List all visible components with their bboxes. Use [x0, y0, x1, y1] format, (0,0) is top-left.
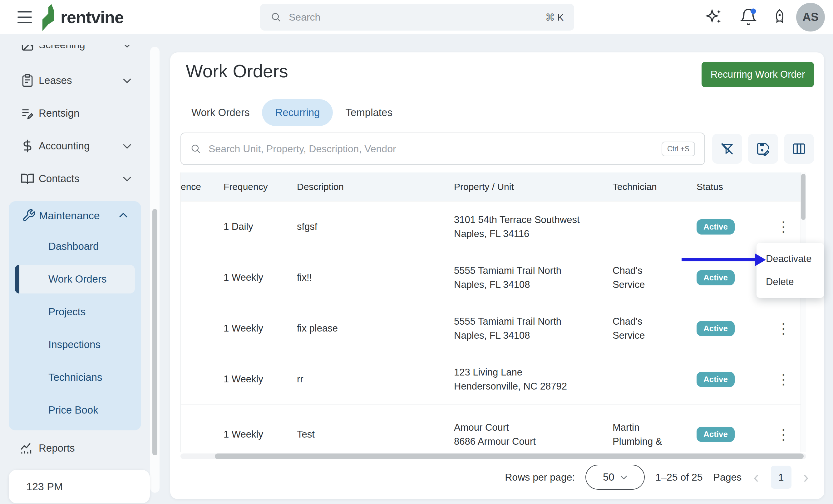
row-actions-kebab-icon[interactable]: ⋮ [761, 429, 806, 440]
sidebar-item-dashboard[interactable]: Dashboard [15, 232, 135, 261]
chart-icon [19, 441, 34, 455]
row-actions-kebab-icon[interactable]: ⋮ [761, 221, 806, 232]
tab-recurring[interactable]: Recurring [262, 99, 333, 126]
sidebar-scrollbar-thumb[interactable] [152, 209, 157, 455]
work-orders-panel: Work Orders Recurring Work Order Work Or… [170, 52, 824, 499]
user-avatar[interactable]: AS [796, 3, 825, 31]
rows-per-page-label: Rows per page: [505, 472, 575, 483]
table-horizontal-scrollbar-thumb[interactable] [215, 453, 804, 459]
next-page-icon[interactable]: › [802, 471, 810, 483]
rocket-icon[interactable] [770, 7, 789, 27]
signature-icon [21, 106, 34, 120]
sidebar-item-contacts[interactable]: Contacts [0, 165, 147, 193]
sidebar-item-projects[interactable]: Projects [15, 298, 135, 326]
column-header-status[interactable]: Status [696, 181, 761, 192]
ai-sparkles-icon[interactable] [705, 7, 724, 27]
tab-bar: Work Orders Recurring Templates [183, 99, 401, 126]
row-actions-kebab-icon[interactable]: ⋮ [761, 323, 806, 334]
status-badge: Active [696, 321, 735, 336]
pagination-range: 1–25 of 25 [656, 472, 703, 483]
pages-label: Pages [713, 472, 742, 483]
table-row[interactable]: 1 Daily sfgsf 3101 54th Terrace Southwes… [181, 201, 806, 252]
notification-dot [751, 8, 756, 14]
columns-button[interactable] [784, 134, 814, 164]
chevron-down-icon [122, 143, 132, 149]
sidebar-item-maintenance[interactable]: Maintenance [9, 201, 141, 230]
clock-text: 123 PM [26, 481, 63, 493]
global-search[interactable]: ⌘ K [260, 4, 574, 30]
column-header-description[interactable]: Description [297, 181, 454, 192]
column-header-property-unit[interactable]: Property / Unit [454, 181, 613, 192]
menu-item-delete[interactable]: Delete [757, 270, 824, 294]
avatar-initials: AS [802, 10, 818, 24]
search-shortcut-hint: Ctrl +S [662, 142, 695, 156]
status-badge: Active [696, 219, 735, 234]
column-header-technician[interactable]: Technician [613, 181, 696, 192]
wrench-icon [22, 209, 35, 222]
search-shortcut-hint: ⌘ K [545, 12, 564, 23]
sidebar-item-price-book[interactable]: Price Book [15, 396, 135, 425]
table-row[interactable]: 1 Weekly fix please 5555 Tamiami Trail N… [181, 303, 806, 354]
menu-item-deactivate[interactable]: Deactivate [757, 247, 824, 270]
book-icon [21, 172, 34, 185]
save-view-button[interactable] [748, 134, 778, 164]
chevron-up-icon [119, 212, 128, 219]
table-row[interactable]: 1 Weekly rr 123 Living LaneHendersonvill… [181, 354, 806, 404]
sidebar-item-leases[interactable]: Leases [0, 66, 147, 95]
sidebar-top-fade [0, 34, 147, 45]
search-icon [271, 12, 281, 22]
sidebar-item-reports[interactable]: Reports [0, 434, 147, 462]
brand-logo[interactable]: rentvine [40, 3, 124, 31]
tab-templates[interactable]: Templates [337, 99, 400, 126]
table-header-row: ence Frequency Description Property / Un… [181, 173, 806, 201]
table-row[interactable]: 1 Weekly fix!! 5555 Tamiami Trail NorthN… [181, 252, 806, 303]
dollar-icon [21, 139, 34, 153]
column-header-reference[interactable]: ence [181, 181, 223, 192]
top-bar: rentvine ⌘ K AS [0, 0, 833, 34]
page-title: Work Orders [186, 60, 288, 81]
previous-page-icon[interactable]: ‹ [752, 471, 760, 483]
row-context-menu: Deactivate Delete [757, 243, 824, 298]
filter-off-icon [720, 142, 734, 156]
rows-per-page-select[interactable]: 50 [586, 465, 645, 490]
sidebar-group-maintenance: Maintenance Dashboard Work Orders Projec… [9, 201, 141, 430]
chevron-down-icon [620, 475, 627, 480]
sidebar-item-technicians[interactable]: Technicians [15, 363, 135, 392]
clear-filters-button[interactable] [712, 134, 742, 164]
sidebar-item-rentsign[interactable]: Rentsign [0, 99, 147, 128]
recurring-work-orders-table: ence Frequency Description Property / Un… [181, 173, 806, 452]
column-header-frequency[interactable]: Frequency [223, 181, 297, 192]
global-search-input[interactable] [289, 11, 538, 23]
recurring-work-order-button[interactable]: Recurring Work Order [701, 62, 814, 87]
status-badge: Active [696, 270, 735, 285]
chevron-down-icon [122, 77, 132, 83]
row-actions-kebab-icon[interactable]: ⋮ [761, 374, 806, 385]
save-edit-icon [756, 142, 770, 156]
pagination-bar: Rows per page: 50 1–25 of 25 Pages ‹ 1 › [505, 464, 810, 490]
status-badge: Active [696, 372, 735, 387]
sidebar-item-work-orders[interactable]: Work Orders [15, 265, 135, 294]
rentvine-mark-icon [40, 3, 56, 31]
status-badge: Active [696, 427, 735, 442]
clock-widget[interactable]: 123 PM [9, 470, 150, 503]
brand-name: rentvine [61, 7, 124, 27]
sidebar: Screening Leases Rentsign [0, 34, 162, 504]
clipboard-icon [21, 74, 34, 87]
hamburger-menu-icon[interactable] [18, 11, 32, 23]
table-search[interactable]: Ctrl +S [181, 132, 705, 165]
table-search-input[interactable] [209, 143, 654, 155]
current-page-button[interactable]: 1 [771, 465, 791, 489]
sidebar-item-inspections[interactable]: Inspections [15, 330, 135, 359]
table-row[interactable]: 1 Weekly Test Amour Court8686 Armour Cou… [181, 404, 806, 452]
notifications-bell-icon[interactable] [739, 7, 758, 27]
chevron-down-icon [122, 176, 132, 182]
tab-work-orders[interactable]: Work Orders [183, 99, 258, 126]
columns-icon [792, 142, 806, 156]
sidebar-item-accounting[interactable]: Accounting [0, 132, 147, 160]
table-vertical-scrollbar-thumb[interactable] [801, 174, 806, 220]
search-icon [190, 144, 201, 154]
